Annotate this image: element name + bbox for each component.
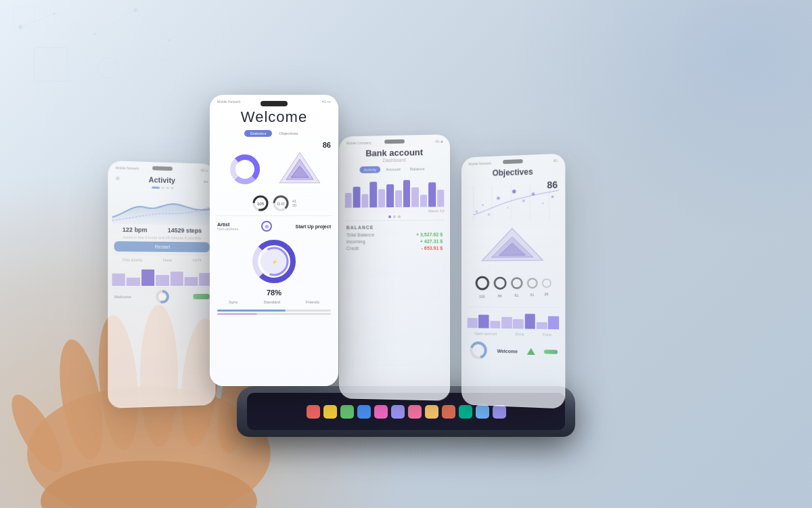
startup-label: Start Up project [295, 224, 331, 229]
svg-point-45 [488, 213, 491, 216]
notch-activity [152, 166, 173, 171]
green-bar-activity [193, 294, 209, 299]
svg-text:105: 105 [257, 202, 265, 206]
tab-activity-bank[interactable]: Activity [360, 166, 381, 173]
welcome-tabs[interactable]: Statistics Objectives [210, 130, 338, 137]
welcome-big-ring: ⚡ [250, 238, 298, 285]
svg-point-57 [495, 278, 505, 289]
objectives-circles: 100 86 61 4 [462, 275, 564, 299]
svg-point-60 [542, 279, 550, 287]
up-arrow-icon [526, 348, 535, 355]
welcome-radar-chart: 86 [276, 141, 332, 189]
tab-account[interactable]: Account [382, 166, 405, 173]
credit-row: Credit - 653.91 $ [346, 246, 443, 251]
screen-activity[interactable]: Mobile Network 4G ▪▪ ⚙ Activity ••• [108, 161, 215, 408]
obj-green-bar [544, 350, 558, 354]
objectives-title: Objectives [469, 166, 558, 179]
gear-icon: ⚙ [116, 176, 120, 182]
svg-point-47 [507, 207, 509, 209]
tab-statistics[interactable]: Statistics [244, 130, 271, 137]
svg-point-58 [512, 278, 522, 288]
screen-welcome[interactable]: Mobile Network 4G ▪▪▪ Welcome Statistics… [210, 95, 338, 386]
svg-point-59 [527, 278, 537, 288]
notch-objectives [503, 159, 523, 164]
mini-donut-activity [156, 290, 169, 303]
tab-balance[interactable]: Balance [406, 165, 429, 173]
notch-welcome [261, 101, 288, 106]
welcome-divider1 [216, 215, 332, 216]
screen-objectives[interactable]: Mobile Network 4G Objectives [461, 153, 565, 408]
objectives-number: 86 [547, 179, 558, 191]
activity-title: Activity [149, 175, 176, 184]
divider-1 [112, 253, 212, 255]
svg-line-6 [54, 14, 95, 34]
svg-point-52 [551, 196, 554, 198]
bpm-value: 122 bpm [122, 226, 148, 234]
welcome-percent: 78% [210, 289, 338, 297]
svg-line-12 [135, 10, 169, 41]
activity-metrics: 122 bpm 14529 steps [108, 226, 215, 234]
restart-button[interactable]: Restart [114, 241, 210, 252]
objectives-mini-bar [462, 309, 564, 331]
svg-point-49 [522, 200, 525, 203]
obj-divider1 [468, 307, 560, 308]
screen-bank[interactable]: Mobile Company 4G ■ Bank account Dashboa… [339, 134, 450, 401]
tab-objectives[interactable]: Objectives [274, 130, 304, 137]
week-label: Week 43 [340, 209, 449, 213]
steps-value: 14529 steps [168, 227, 202, 234]
welcome-donut-chart [217, 152, 273, 189]
notch-bank [384, 140, 405, 144]
svg-point-48 [512, 190, 516, 194]
total-balance-row: Total Balance + 3,527.62 $ [346, 232, 443, 238]
svg-point-56 [476, 277, 488, 289]
svg-line-5 [20, 14, 54, 27]
obj-bottom-row: Welcome [462, 337, 564, 366]
objectives-scatter [468, 179, 560, 226]
welcome-sliders [210, 306, 338, 318]
objectives-chart-area: 86 [462, 177, 564, 270]
svg-marker-13 [68, 61, 108, 81]
svg-rect-9 [14, 7, 34, 27]
objectives-mini-donut [469, 340, 489, 360]
welcome-artist-row: Artist Non-athletes ⊕ Start Up project [210, 218, 338, 234]
activity-welcome-row: Welcome [108, 288, 215, 306]
svg-line-7 [95, 10, 135, 34]
bank-subtitle: Dashboard [346, 157, 443, 163]
welcome-charts-row: 86 [210, 139, 338, 191]
svg-point-51 [542, 203, 544, 205]
credit-value: - 653.91 $ [421, 246, 443, 251]
artist-sublabel: Non-athletes [217, 227, 238, 231]
objectives-triangle [468, 224, 560, 266]
svg-text:O O: O O [277, 202, 284, 206]
bank-dots [340, 215, 449, 218]
total-value: + 3,527.62 $ [416, 232, 443, 237]
svg-point-46 [497, 196, 500, 200]
activity-desc: Active in last 4 hours and 28 minutes & … [108, 235, 215, 240]
incoming-row: Incoming + 427.31 $ [346, 239, 443, 245]
balance-section: BALANCE Total Balance + 3,527.62 $ Incom… [340, 222, 449, 255]
bank-divider1 [345, 219, 444, 221]
obj-welcome-label: Welcome [497, 348, 518, 354]
dots-icon: ••• [204, 179, 208, 184]
main-scene: Mobile Network 4G ▪▪ ⚙ Activity ••• [0, 0, 812, 508]
svg-rect-8 [34, 47, 68, 81]
welcome-bottom-row: Sync Standard Friends [210, 298, 338, 306]
welcome-progress-rings: 105 O O 41 20 [210, 194, 338, 212]
activity-line-chart [112, 190, 212, 226]
svg-point-43 [475, 210, 478, 213]
svg-point-44 [482, 204, 484, 206]
search-icon[interactable]: ⊕ [261, 221, 272, 232]
floating-screens-container: Mobile Network 4G ▪▪ ⚙ Activity ••• [115, 41, 589, 420]
bank-tabs[interactable]: Activity Account Balance [340, 165, 449, 174]
activity-bar-chart [108, 263, 215, 289]
balance-title: BALANCE [346, 225, 443, 230]
incoming-value: + 427.31 $ [420, 239, 443, 244]
bank-bar-chart [340, 174, 449, 210]
artist-label: Artist [217, 222, 238, 227]
welcome-title: Welcome [219, 108, 330, 126]
